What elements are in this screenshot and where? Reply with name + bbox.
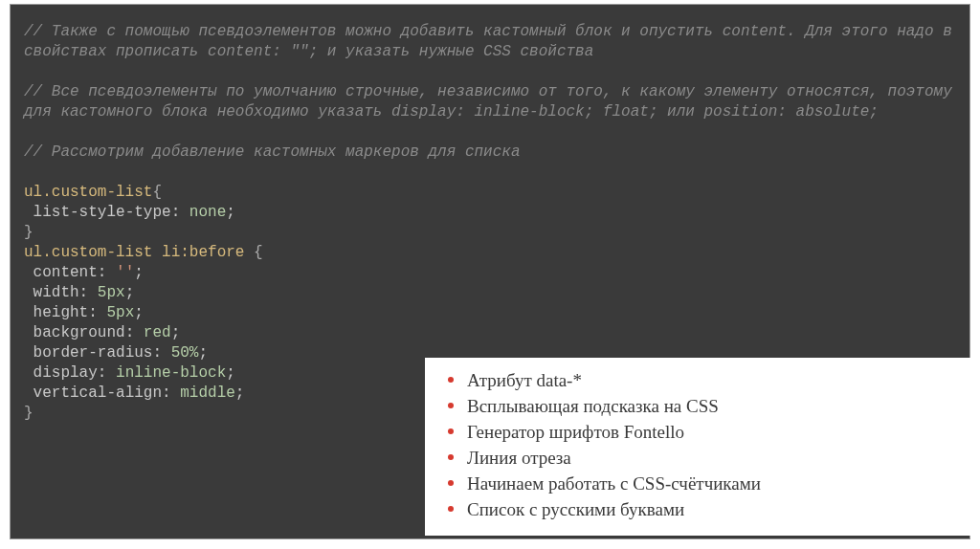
code-token: ; bbox=[125, 284, 135, 301]
code-token: .custom-list bbox=[42, 244, 152, 261]
code-token: background: bbox=[24, 324, 134, 341]
comment-2: // Все псевдоэлементы по умолчанию строч… bbox=[24, 83, 961, 121]
code-token: vertical-align: bbox=[24, 384, 171, 402]
code-token: list-style-type: bbox=[24, 204, 180, 221]
code-token: ul bbox=[24, 184, 42, 201]
code-token: ; bbox=[226, 364, 235, 382]
code-token: { bbox=[152, 184, 162, 201]
code-token: ul bbox=[24, 244, 42, 261]
code-token: ; bbox=[198, 344, 208, 362]
code-token: ; bbox=[171, 324, 181, 341]
list-item: Генератор шрифтов Fontello bbox=[461, 419, 955, 445]
code-token: ; bbox=[134, 264, 144, 281]
list-item: Линия отреза bbox=[461, 445, 955, 471]
list-item: Список с русскими буквами bbox=[461, 496, 955, 522]
code-token: } bbox=[24, 405, 33, 422]
code-token: '' bbox=[106, 264, 134, 281]
code-token: ; bbox=[134, 304, 144, 321]
code-token: inline-block bbox=[106, 364, 226, 382]
comment-3: // Рассмотрим добавление кастомных марке… bbox=[24, 143, 520, 161]
list-item: Атрибут data-* bbox=[461, 367, 955, 393]
list-item: Начинаем работать с CSS-счётчиками bbox=[461, 471, 955, 496]
code-token: } bbox=[24, 224, 33, 241]
example-list-panel: Атрибут data-* Всплывающая подсказка на … bbox=[425, 358, 970, 536]
code-token: .custom-list bbox=[42, 184, 152, 201]
code-token: li:before bbox=[152, 244, 254, 261]
code-token: display: bbox=[24, 364, 106, 382]
example-list: Атрибут data-* Всплывающая подсказка на … bbox=[440, 367, 955, 522]
code-token: 5px bbox=[98, 304, 134, 321]
code-token: ; bbox=[235, 384, 245, 402]
code-token: ; bbox=[226, 204, 235, 221]
code-token: 5px bbox=[88, 284, 124, 301]
code-token: width: bbox=[24, 284, 88, 301]
code-token: 50% bbox=[162, 344, 198, 362]
code-token: { bbox=[254, 244, 263, 261]
code-token: height: bbox=[24, 304, 98, 321]
code-token: content: bbox=[24, 264, 106, 281]
code-token: red bbox=[134, 324, 170, 341]
comment-1: // Также с помощью псевдоэлементов можно… bbox=[24, 23, 961, 60]
code-token: border-radius: bbox=[24, 344, 162, 362]
code-token: none bbox=[180, 204, 226, 221]
list-item: Всплывающая подсказка на CSS bbox=[461, 393, 955, 419]
code-token: middle bbox=[171, 384, 235, 402]
